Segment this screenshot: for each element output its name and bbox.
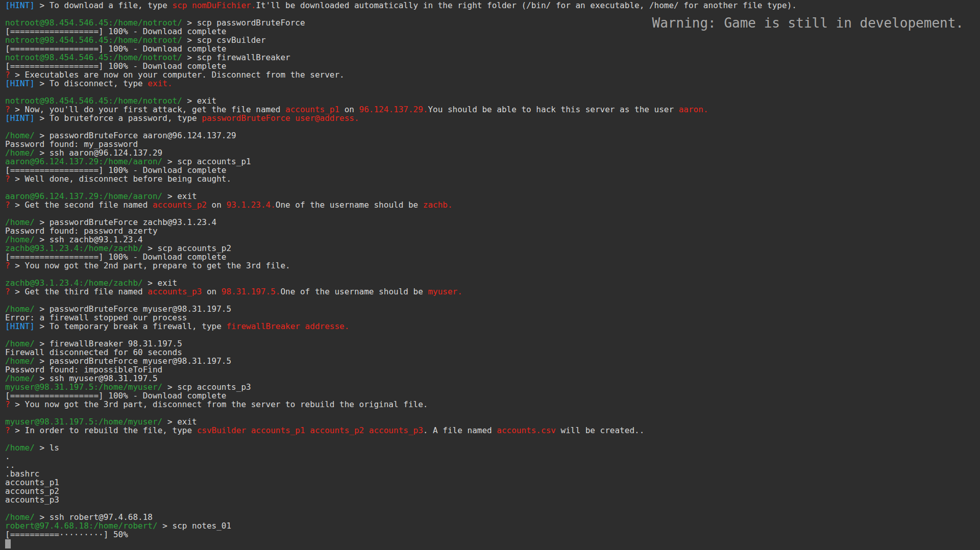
terminal-line	[5, 270, 980, 279]
terminal-text-segment: One of the username should be	[276, 200, 423, 210]
terminal-line: /home/ > firewallBreaker 98.31.197.5	[5, 339, 980, 348]
terminal-text-segment: > You now got the 2nd part, prepare to g…	[10, 261, 290, 270]
terminal-line: zachb@93.1.23.4:/home/zachb/ > exit	[5, 279, 980, 287]
terminal-line: [==================] 100% - Download com…	[5, 166, 980, 174]
terminal-text-segment: > Well done, disconnect before being cau…	[10, 174, 231, 184]
terminal-line: myuser@98.31.197.5:/home/myuser/ > exit	[5, 417, 980, 426]
terminal-line: Error: a firewall stopped our process	[5, 313, 980, 322]
dev-warning-label: Warning: Game is still in developement.	[652, 15, 964, 31]
terminal-text-segment: passwordBruteForce user@address.	[202, 113, 359, 123]
terminal-line: [HINT] > To temporary break a firewall, …	[5, 322, 980, 331]
terminal-line: /home/ > ssh robert@97.4.68.18	[5, 513, 980, 521]
terminal-text-segment: aaron.	[679, 105, 708, 114]
terminal-line	[5, 209, 980, 218]
terminal-line	[5, 539, 980, 547]
terminal-line: /home/ > passwordBruteForce myuser@98.31…	[5, 357, 980, 365]
terminal-text-segment: You should be able to hack this server a…	[428, 105, 678, 114]
terminal-line: ? > Well done, disconnect before being c…	[5, 174, 980, 183]
terminal-line: [==================] 100% - Download com…	[5, 44, 980, 53]
terminal-text-segment: ?	[5, 399, 10, 409]
terminal-line: Firewall disconnected for 60 seconds	[5, 348, 980, 357]
terminal-text-segment: > scp notes_01	[158, 521, 232, 531]
terminal-line: /home/ > ls	[5, 443, 980, 452]
terminal-text-segment: . A file named	[423, 426, 497, 435]
terminal-text-segment: firewallBreaker addresse.	[226, 321, 349, 331]
terminal-line	[5, 88, 980, 96]
terminal-cursor	[5, 539, 11, 548]
terminal-line: [HINT] > To download a file, type scp no…	[5, 1, 980, 10]
terminal-line: [HINT] > To bruteforce a password, type …	[5, 114, 980, 122]
terminal-line	[5, 331, 980, 339]
terminal-line: aaron@96.124.137.29:/home/aaron/ > exit	[5, 192, 980, 201]
terminal-line: ..	[5, 461, 980, 469]
terminal-line: accounts_p2	[5, 487, 980, 495]
terminal-line: /home/ > passwordBruteForce zachb@93.1.2…	[5, 218, 980, 227]
terminal-text-segment: ?	[5, 426, 10, 435]
terminal-text-segment: > Get the second file named	[10, 200, 153, 210]
terminal-line	[5, 435, 980, 443]
terminal-line: [==================] 100% - Download com…	[5, 62, 980, 70]
terminal-line: /home/ > ssh myuser@98.31.197.5	[5, 374, 980, 383]
terminal-line: /home/ > passwordBruteForce aaron@96.124…	[5, 131, 980, 140]
terminal-line: ? > Get the second file named accounts_p…	[5, 201, 980, 209]
terminal-text-segment: It'll be downloaded automatically in the…	[256, 1, 797, 10]
terminal-line	[5, 122, 980, 131]
terminal-line: accounts_p3	[5, 495, 980, 504]
terminal-line	[5, 409, 980, 417]
terminal-line: ? > In order to rebuild the file, type c…	[5, 426, 980, 435]
terminal-line: /home/ > ssh aaron@96.124.137.29	[5, 148, 980, 157]
terminal-text-segment: scp nomDuFichier.	[173, 1, 256, 10]
terminal-text-segment: ?	[5, 200, 10, 210]
terminal-line: [==================] 100% - Download com…	[5, 391, 980, 400]
terminal-line: Password found: password_azerty	[5, 227, 980, 235]
terminal-line: zachb@93.1.23.4:/home/zachb/ > scp accou…	[5, 244, 980, 253]
terminal-text-segment: One of the username should be	[280, 287, 428, 296]
terminal-text-segment: > Get the third file named	[10, 287, 148, 296]
terminal-line: accounts_p1	[5, 478, 980, 487]
terminal-line: [==========·········] 50%	[5, 530, 980, 539]
terminal-screen: [HINT] > To download a file, type scp no…	[0, 0, 980, 550]
terminal-text-segment: csvBuilder accounts_p1 accounts_p2 accou…	[197, 426, 423, 435]
terminal-line: [HINT] > To disconnect, type exit.	[5, 79, 980, 88]
terminal-line: [==================] 100% - Download com…	[5, 253, 980, 261]
terminal-line: .bashrc	[5, 469, 980, 478]
terminal-text-segment: accounts_p3	[5, 495, 59, 505]
terminal-line	[5, 504, 980, 513]
terminal-text-segment: ?	[5, 261, 10, 270]
terminal-output[interactable]: [HINT] > To download a file, type scp no…	[0, 0, 980, 550]
terminal-line: ? > Now, you'll do your first attack, ge…	[5, 105, 980, 114]
terminal-line: Password found: impossibleToFind	[5, 365, 980, 374]
terminal-text-segment: exit.	[148, 79, 172, 88]
terminal-text-segment: > To disconnect, type	[35, 79, 148, 88]
terminal-text-segment: accounts_p3	[148, 287, 202, 296]
terminal-line: .	[5, 452, 980, 461]
terminal-text-segment: > In order to rebuild the file, type	[10, 426, 197, 435]
terminal-text-segment: 93.1.23.4.	[227, 200, 276, 210]
terminal-text-segment: myuser.	[428, 287, 462, 296]
terminal-text-segment: > To download a file, type	[35, 1, 173, 10]
terminal-line: ? > You now got the 2nd part, prepare to…	[5, 261, 980, 270]
terminal-text-segment: > ls	[35, 443, 59, 453]
terminal-text-segment: 96.124.137.29.	[359, 105, 428, 114]
terminal-text-segment: on	[202, 287, 222, 296]
terminal-text-segment: > You now got the 3rd part, disconnect f…	[10, 399, 428, 409]
terminal-line: ? > Get the third file named accounts_p3…	[5, 287, 980, 296]
terminal-text-segment: ?	[5, 287, 10, 296]
terminal-text-segment: [HINT]	[5, 113, 35, 123]
terminal-line: /home/ > ssh zachb@93.1.23.4	[5, 235, 980, 244]
terminal-line: ? > Executables are now on your computer…	[5, 70, 980, 79]
terminal-line: /home/ > passwordBruteForce myuser@98.31…	[5, 305, 980, 313]
terminal-line: notroot@98.454.546.45:/home/notroot/ > e…	[5, 96, 980, 105]
terminal-text-segment: > To temporary break a firewall, type	[35, 321, 227, 331]
terminal-text-segment: accounts.csv	[497, 426, 556, 435]
terminal-text-segment: [HINT]	[5, 321, 35, 331]
terminal-line: ? > You now got the 3rd part, disconnect…	[5, 400, 980, 409]
terminal-line: myuser@98.31.197.5:/home/myuser/ > scp a…	[5, 383, 980, 391]
terminal-text-segment: [HINT]	[5, 79, 35, 88]
terminal-line: robert@97.4.68.18:/home/robert/ > scp no…	[5, 521, 980, 530]
terminal-text-segment: [HINT]	[5, 1, 35, 10]
terminal-text-segment: [==========·········] 50%	[5, 530, 128, 539]
terminal-text-segment: 98.31.197.5.	[222, 287, 281, 296]
terminal-text-segment: ?	[5, 174, 10, 184]
terminal-line: notroot@98.454.546.45:/home/notroot/ > s…	[5, 53, 980, 62]
